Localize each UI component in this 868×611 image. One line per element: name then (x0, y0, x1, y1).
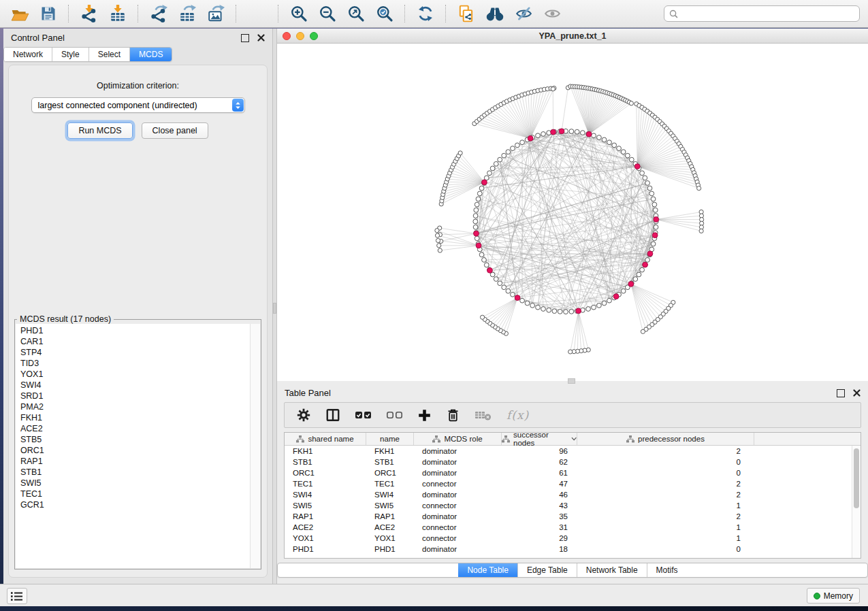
table-row[interactable]: ORC1ORC1dominator610 (285, 467, 861, 478)
mcds-result-item[interactable]: ORC1 (20, 445, 251, 456)
toggle-panel-columns-button[interactable] (325, 408, 340, 423)
column-header-shared-name[interactable]: shared name (285, 433, 366, 445)
tab-style[interactable]: Style (52, 48, 89, 61)
delete-table-button[interactable] (475, 409, 492, 421)
mcds-result-item[interactable]: GCR1 (20, 499, 251, 510)
export-table-button[interactable] (174, 2, 200, 25)
network-titlebar[interactable]: YPA_prune.txt_1 (277, 29, 868, 44)
search-input[interactable] (681, 9, 854, 18)
export-image-button[interactable] (203, 2, 229, 25)
table-row[interactable]: PHD1PHD1dominator180 (285, 544, 861, 555)
table-row[interactable]: STB1STB1dominator620 (285, 457, 861, 467)
table-settings-button[interactable] (296, 408, 311, 423)
close-panel-icon[interactable] (853, 389, 861, 397)
import-table-button[interactable] (105, 2, 131, 25)
column-type-icon (626, 435, 634, 443)
table-row[interactable]: TEC1TEC1connector472 (285, 478, 861, 489)
mcds-result-item[interactable]: SWI4 (20, 380, 251, 391)
column-header-name[interactable]: name (366, 433, 414, 445)
mcds-result-item[interactable]: RAP1 (20, 456, 251, 467)
search-network-button[interactable] (482, 2, 508, 25)
table-cell: PHD1 (366, 545, 414, 553)
table-cell: PHD1 (285, 545, 366, 553)
splitter-grip-icon[interactable] (568, 378, 575, 384)
mcds-result-item[interactable]: ACE2 (20, 423, 251, 434)
mcds-result-item[interactable]: TID3 (20, 358, 251, 369)
control-panel-header: Control Panel (3, 29, 272, 47)
eye-icon (543, 5, 562, 22)
add-column-button[interactable] (417, 408, 432, 423)
mcds-result-item[interactable]: TEC1 (20, 489, 251, 499)
close-panel-button[interactable]: Close panel (142, 122, 208, 139)
deselect-all-button[interactable] (386, 409, 403, 421)
apply-layout-button[interactable] (413, 2, 438, 25)
maximize-window-icon[interactable] (310, 32, 318, 40)
table-row[interactable]: RAP1RAP1dominator352 (285, 511, 861, 522)
column-header-predecessor-nodes[interactable]: predecessor nodes (577, 433, 754, 445)
hide-selected-button[interactable] (511, 2, 536, 25)
mcds-result-item[interactable]: YOX1 (20, 369, 251, 380)
table-tab-motifs[interactable]: Motifs (647, 563, 687, 577)
table-panel-title: Table Panel (285, 388, 331, 398)
column-type-icon (296, 435, 304, 443)
table-row[interactable]: ACE2ACE2connector311 (285, 522, 861, 533)
mcds-result-item[interactable]: PHD1 (20, 325, 251, 336)
tab-select[interactable]: Select (89, 48, 129, 61)
table-tab-network-table[interactable]: Network Table (577, 563, 647, 577)
checked-boxes-icon (355, 409, 372, 421)
vertical-splitter[interactable] (272, 29, 277, 584)
table-tab-node-table[interactable]: Node Table (458, 563, 517, 577)
table-row[interactable]: SWI5SWI5connector431 (285, 500, 861, 511)
table-scrollbar[interactable] (852, 446, 861, 558)
splitter-grip-icon[interactable] (273, 303, 276, 314)
select-all-button[interactable] (355, 409, 372, 421)
mcds-result-item[interactable]: FKH1 (20, 412, 251, 423)
save-session-button[interactable] (35, 2, 61, 25)
table-row[interactable]: YOX1YOX1connector291 (285, 533, 861, 544)
mcds-result-item[interactable]: SWI5 (20, 478, 251, 489)
close-panel-icon[interactable] (257, 34, 265, 42)
table-row[interactable]: SWI4SWI4dominator462 (285, 489, 861, 500)
close-window-icon[interactable] (283, 32, 291, 40)
network-graph[interactable] (277, 44, 868, 381)
criterion-dropdown[interactable]: largest connected component (undirected) (31, 97, 245, 113)
search-box[interactable] (664, 5, 860, 22)
table-tab-edge-table[interactable]: Edge Table (517, 563, 577, 577)
network-document-button[interactable] (453, 2, 479, 25)
zoom-fit-button[interactable] (343, 2, 369, 25)
delete-column-button[interactable] (446, 408, 460, 423)
mcds-result-item[interactable]: CAR1 (20, 336, 251, 347)
open-session-button[interactable] (7, 2, 33, 25)
zoom-in-button[interactable] (286, 2, 312, 25)
zoom-selected-button[interactable] (372, 2, 398, 25)
run-mcds-button[interactable]: Run MCDS (67, 122, 132, 139)
automation-panel-button[interactable] (7, 588, 27, 604)
show-all-button[interactable] (539, 2, 565, 25)
tab-network[interactable]: Network (4, 48, 52, 61)
list-icon (11, 591, 23, 601)
table-row[interactable]: FKH1FKH1dominator962 (285, 446, 861, 457)
float-panel-icon[interactable] (837, 389, 845, 397)
table-toolbar: f(x) (284, 402, 861, 428)
minimize-window-icon[interactable] (296, 32, 304, 40)
column-header-successor-nodes[interactable]: successor nodes (502, 433, 577, 445)
mcds-result-item[interactable]: STP4 (20, 347, 251, 358)
mcds-result-item[interactable]: SRD1 (20, 391, 251, 401)
network-canvas[interactable] (277, 44, 868, 381)
export-network-button[interactable] (146, 2, 172, 25)
scrollbar-thumb[interactable] (854, 448, 859, 508)
tab-mcds[interactable]: MCDS (129, 48, 172, 61)
function-builder-button[interactable]: f(x) (507, 408, 529, 422)
import-table-icon (109, 5, 127, 22)
mcds-result-list[interactable]: PHD1CAR1STP4TID3YOX1SWI4SRD1PMA2FKH1ACE2… (16, 324, 251, 568)
import-network-button[interactable] (76, 2, 102, 25)
toolbar-separator (404, 5, 406, 22)
mcds-result-item[interactable]: PMA2 (20, 401, 251, 412)
mcds-result-item[interactable]: STB5 (20, 434, 251, 445)
result-scrollbar[interactable] (250, 324, 260, 568)
float-panel-icon[interactable] (241, 34, 249, 42)
memory-button[interactable]: Memory (807, 588, 860, 604)
mcds-result-item[interactable]: STB1 (20, 467, 251, 478)
column-header-mcds-role[interactable]: MCDS role (414, 433, 502, 445)
zoom-out-button[interactable] (315, 2, 340, 25)
